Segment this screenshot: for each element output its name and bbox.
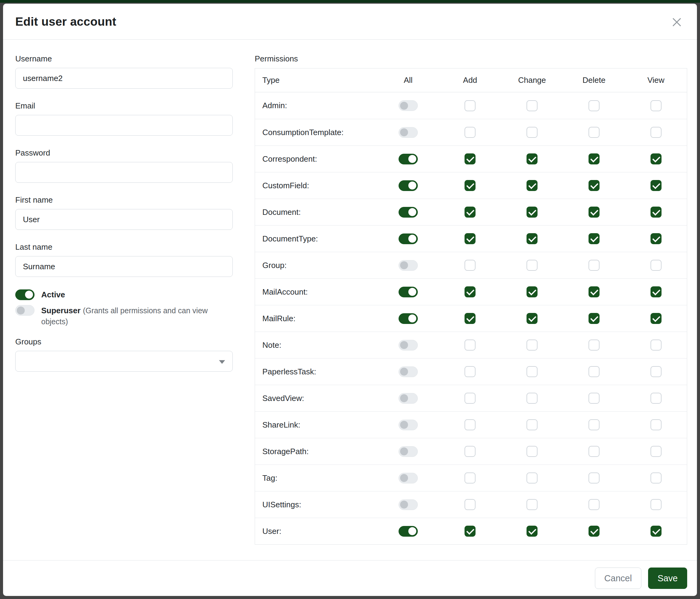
permission-add-checkbox[interactable] [465,473,476,483]
permission-view-checkbox[interactable] [651,180,661,191]
first-name-input[interactable] [15,209,233,230]
permission-all-toggle[interactable] [399,180,418,191]
permission-change-checkbox[interactable] [527,286,538,297]
permission-change-checkbox[interactable] [527,526,538,537]
permission-change-checkbox[interactable] [527,366,538,377]
permission-change-checkbox[interactable] [527,127,538,138]
permission-row: Group: [255,252,687,279]
permission-all-toggle[interactable] [399,313,418,324]
permission-delete-checkbox[interactable] [589,339,600,351]
username-input[interactable] [15,68,233,89]
cancel-button[interactable]: Cancel [595,568,641,589]
password-input[interactable] [15,162,233,183]
permission-delete-checkbox[interactable] [589,100,600,111]
permission-delete-checkbox[interactable] [589,260,600,271]
permission-add-checkbox[interactable] [465,127,476,138]
permission-change-checkbox[interactable] [527,260,538,271]
permission-view-checkbox[interactable] [651,260,661,271]
permission-add-checkbox[interactable] [465,180,476,191]
permission-all-toggle[interactable] [399,446,418,457]
groups-select[interactable] [15,351,233,372]
permission-view-checkbox[interactable] [651,526,661,537]
permission-delete-checkbox[interactable] [589,286,600,297]
permission-view-checkbox[interactable] [651,233,661,244]
permission-all-toggle[interactable] [399,420,418,430]
permission-change-checkbox[interactable] [527,313,538,324]
permission-add-checkbox[interactable] [465,313,476,324]
permission-add-checkbox[interactable] [465,207,476,218]
permission-view-checkbox[interactable] [651,207,661,218]
permission-all-toggle[interactable] [399,127,418,138]
permission-delete-checkbox[interactable] [589,153,600,164]
permission-change-checkbox[interactable] [527,233,538,244]
permission-all-toggle[interactable] [399,499,418,510]
permission-add-checkbox[interactable] [465,366,476,377]
permission-change-checkbox[interactable] [527,153,538,164]
permission-all-toggle[interactable] [399,340,418,351]
permission-change-checkbox[interactable] [527,499,538,510]
permission-delete-checkbox[interactable] [589,526,600,537]
permission-change-checkbox[interactable] [527,473,538,483]
active-toggle[interactable] [15,289,34,300]
permission-add-checkbox[interactable] [465,233,476,244]
last-name-input[interactable] [15,256,233,277]
permission-view-checkbox[interactable] [651,446,661,457]
permission-delete-checkbox[interactable] [589,313,600,324]
permission-delete-checkbox[interactable] [589,366,600,377]
permission-all-toggle[interactable] [399,260,418,271]
permission-all-toggle[interactable] [399,287,418,297]
permission-add-checkbox[interactable] [465,339,476,351]
permission-add-checkbox[interactable] [465,260,476,271]
permission-delete-checkbox[interactable] [589,393,600,404]
permission-view-checkbox[interactable] [651,127,661,138]
permission-delete-checkbox[interactable] [589,233,600,244]
permission-all-toggle[interactable] [399,207,418,218]
permission-add-checkbox[interactable] [465,526,476,537]
permission-all-toggle[interactable] [399,100,418,111]
superuser-toggle[interactable] [15,305,34,316]
permission-add-checkbox[interactable] [465,446,476,457]
permission-change-checkbox[interactable] [527,339,538,351]
permission-change-checkbox[interactable] [527,180,538,191]
permission-view-checkbox[interactable] [651,286,661,297]
permission-all-toggle[interactable] [399,393,418,404]
permission-change-checkbox[interactable] [527,100,538,111]
permission-all-toggle[interactable] [399,366,418,377]
permission-delete-checkbox[interactable] [589,207,600,218]
permission-view-checkbox[interactable] [651,499,661,510]
permission-add-checkbox[interactable] [465,499,476,510]
email-input[interactable] [15,115,233,136]
permission-change-checkbox[interactable] [527,446,538,457]
save-button[interactable]: Save [648,568,687,589]
permission-view-checkbox[interactable] [651,473,661,483]
column-header-change: Change [501,75,563,85]
permission-all-toggle[interactable] [399,526,418,537]
permission-change-checkbox[interactable] [527,207,538,218]
permission-view-checkbox[interactable] [651,100,661,111]
permission-row: ShareLink: [255,411,687,438]
permission-add-checkbox[interactable] [465,286,476,297]
permission-delete-checkbox[interactable] [589,499,600,510]
permission-view-checkbox[interactable] [651,339,661,351]
permission-delete-checkbox[interactable] [589,473,600,483]
permission-all-toggle[interactable] [399,154,418,164]
permission-view-checkbox[interactable] [651,393,661,404]
permission-delete-checkbox[interactable] [589,419,600,430]
close-button[interactable] [669,14,685,30]
permission-view-checkbox[interactable] [651,419,661,430]
permission-add-checkbox[interactable] [465,100,476,111]
permission-delete-checkbox[interactable] [589,180,600,191]
permission-change-checkbox[interactable] [527,393,538,404]
permission-view-checkbox[interactable] [651,153,661,164]
permission-add-checkbox[interactable] [465,393,476,404]
permission-view-checkbox[interactable] [651,366,661,377]
password-label: Password [15,148,233,158]
permission-delete-checkbox[interactable] [589,446,600,457]
permission-add-checkbox[interactable] [465,153,476,164]
permission-all-toggle[interactable] [399,234,418,244]
permission-view-checkbox[interactable] [651,313,661,324]
permission-change-checkbox[interactable] [527,419,538,430]
permission-all-toggle[interactable] [399,473,418,483]
permission-delete-checkbox[interactable] [589,127,600,138]
permission-add-checkbox[interactable] [465,419,476,430]
